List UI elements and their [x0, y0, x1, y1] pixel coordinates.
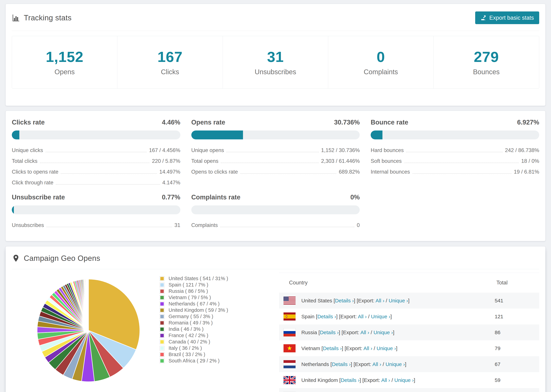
rate-detail-row: Internal bounces 19 / 6.81%	[371, 169, 539, 175]
rate-percent: 30.736%	[334, 119, 360, 126]
details-link[interactable]: Details ›	[332, 361, 351, 367]
export-unique-link[interactable]: Unique ›	[371, 314, 390, 319]
rate-detail-value: 0	[357, 222, 360, 228]
rate-detail-row: Hard bounces 242 / 86.738%	[371, 147, 539, 154]
legend-label: France ( 42 / 2% )	[169, 333, 208, 338]
country-cell: Spain [Details ›] [Export: All › / Uniqu…	[301, 314, 495, 320]
country-total: 67	[495, 361, 539, 367]
legend-swatch	[160, 289, 164, 294]
rate-header: Opens rate 30.736%	[191, 119, 360, 126]
export-all-link[interactable]: All ›	[376, 298, 384, 303]
country-name: Netherlands	[301, 361, 329, 367]
legend-swatch	[160, 321, 164, 325]
summary-panel: 1,152 Opens 167 Clicks 31 Unsubscribes 0…	[12, 36, 539, 89]
rate-percent: 6.927%	[517, 119, 539, 126]
rate-detail-row: Clicks to opens rate 14.497%	[12, 169, 180, 175]
legend-item: Spain ( 121 / 7% )	[160, 282, 269, 288]
legend-label: Spain ( 121 / 7% )	[169, 282, 208, 288]
export-prefix: [Export:	[362, 377, 380, 383]
legend-item: Germany ( 55 / 3% )	[160, 313, 269, 320]
stat-label: Bounces	[435, 68, 537, 76]
export-unique-link[interactable]: Unique ›	[395, 377, 414, 383]
legend-label: Germany ( 55 / 3% )	[169, 314, 213, 319]
details-link[interactable]: Details ›	[335, 298, 354, 303]
rate-detail-value: 19 / 6.81%	[514, 169, 539, 175]
rate-title: Unsubscribe rate	[12, 194, 65, 201]
dotted-leader	[40, 163, 149, 163]
rate-title: Bounce rate	[371, 119, 408, 126]
rate-detail-label: Hard bounces	[371, 147, 404, 154]
tracking-stats-header: Tracking stats Export basic stats	[12, 4, 539, 31]
export-unique-link[interactable]: Unique ›	[386, 361, 405, 367]
geo-table: Country Total United States [Details ›] …	[279, 273, 539, 392]
geo-pie-chart[interactable]	[32, 274, 145, 387]
table-row: United States [Details ›] [Export: All ›…	[279, 293, 539, 308]
column-header-country: Country	[279, 280, 496, 286]
details-link[interactable]: Details ›	[341, 377, 360, 383]
country-name: Vietnam	[301, 345, 320, 351]
dotted-leader	[404, 163, 519, 163]
export-unique-link[interactable]: Unique ›	[377, 345, 396, 351]
country-total: 121	[495, 314, 539, 320]
table-row: Spain [Details ›] [Export: All › / Uniqu…	[279, 308, 539, 324]
export-all-link[interactable]: All ›	[360, 329, 369, 335]
rate-detail-rows: Unsubscribes 31	[12, 222, 180, 228]
rate-detail-label: Unique opens	[191, 147, 224, 154]
country-total: 541	[495, 298, 539, 304]
rate-detail-row: Unique clicks 167 / 4.456%	[12, 147, 180, 154]
summary-stat: 1,152 Opens	[12, 36, 117, 88]
legend-swatch	[160, 352, 164, 357]
rate-column: Bounce rate 6.927% Hard bounces 242 / 86…	[371, 119, 539, 186]
rate-header: Clicks rate 4.46%	[12, 119, 180, 126]
country-name: Russia	[301, 329, 317, 335]
country-cell: Netherlands [Details ›] [Export: All › /…	[301, 361, 495, 367]
export-prefix: [Export:	[357, 298, 374, 303]
export-unique-link[interactable]: Unique ›	[374, 329, 393, 335]
export-basic-stats-button[interactable]: Export basic stats	[475, 11, 539, 24]
summary-panel-wrap: 1,152 Opens 167 Clicks 31 Unsubscribes 0…	[6, 31, 545, 106]
summary-stat: 167 Clicks	[117, 36, 223, 88]
rate-progress-fill	[191, 131, 243, 139]
dotted-leader	[220, 227, 354, 227]
legend-item: France ( 42 / 2% )	[160, 332, 269, 339]
export-prefix: [Export:	[345, 345, 362, 351]
geo-body: United States ( 541 / 31% ) Spain ( 121 …	[6, 269, 545, 392]
country-name: United Kingdom	[301, 377, 338, 383]
legend-swatch	[160, 276, 164, 281]
rate-detail-row: Opens to clicks rate 689.82%	[191, 169, 360, 175]
rate-detail-label: Click through rate	[12, 180, 53, 186]
legend-item: United Kingdom ( 59 / 3% )	[160, 307, 269, 313]
export-unique-link[interactable]: Unique ›	[389, 298, 408, 303]
rate-detail-label: Clicks to opens rate	[12, 169, 58, 175]
legend-swatch	[160, 283, 164, 287]
legend-item: Romania ( 49 / 3% )	[160, 320, 269, 326]
details-link[interactable]: Details ›	[320, 329, 339, 335]
rate-column: Clicks rate 4.46% Unique clicks 167 / 4.…	[12, 119, 180, 186]
legend-swatch	[160, 308, 164, 313]
geo-table-body: United States [Details ›] [Export: All ›…	[279, 293, 539, 392]
legend-swatch	[160, 346, 164, 351]
dotted-leader	[221, 163, 319, 163]
country-flag-icon	[283, 360, 296, 368]
tracking-stats-card: Tracking stats Export basic stats 1,152 …	[6, 4, 545, 106]
details-link[interactable]: Details ›	[323, 345, 342, 351]
legend-label: United Kingdom ( 59 / 3% )	[169, 307, 228, 313]
legend-swatch	[160, 327, 164, 332]
rates-grid: Clicks rate 4.46% Unique clicks 167 / 4.…	[6, 111, 545, 241]
export-all-link[interactable]: All ›	[381, 377, 390, 383]
rate-detail-label: Total opens	[191, 158, 219, 164]
export-all-link[interactable]: All ›	[372, 361, 381, 367]
legend-swatch	[160, 301, 164, 306]
details-link[interactable]: Details ›	[317, 314, 336, 319]
rate-detail-value: 167 / 4.456%	[149, 147, 180, 154]
stat-label: Clicks	[119, 68, 221, 76]
export-all-link[interactable]: All ›	[358, 314, 367, 319]
export-prefix: [Export:	[353, 361, 371, 367]
summary-stat: 279 Bounces	[434, 36, 539, 88]
export-all-link[interactable]: All ›	[363, 345, 372, 351]
rate-progress-bar	[12, 205, 180, 214]
rate-detail-row: Total opens 2,303 / 61.446%	[191, 158, 360, 164]
stat-label: Opens	[14, 68, 115, 76]
legend-label: Canada ( 40 / 2% )	[169, 339, 210, 345]
stat-value: 1,152	[14, 49, 115, 65]
